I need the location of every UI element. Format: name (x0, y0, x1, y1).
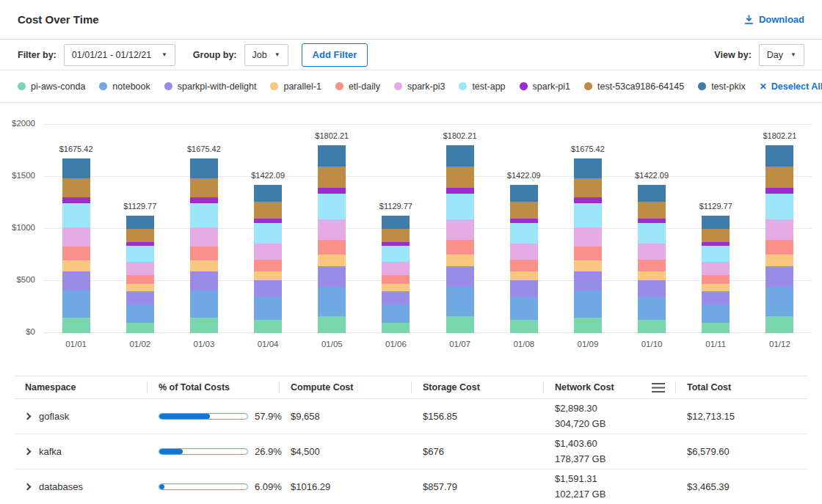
bar-segment-spark-pi1[interactable] (510, 219, 538, 224)
bar-segment-test-pkix[interactable] (510, 185, 538, 202)
bar-segment-test-53ca9186-64145[interactable] (574, 178, 602, 197)
bar-segment-parallel-1[interactable] (318, 255, 346, 266)
bar-segment-test-app[interactable] (62, 203, 90, 227)
bar-segment-etl-daily[interactable] (382, 275, 410, 285)
bar-segment-spark-pi1[interactable] (318, 188, 346, 194)
bar-segment-pi-aws-conda[interactable] (190, 318, 218, 333)
bar-segment-etl-daily[interactable] (510, 260, 538, 271)
legend-item-sparkpi-with-delight[interactable]: sparkpi-with-delight (164, 81, 257, 92)
expand-chevron-icon[interactable] (24, 413, 32, 420)
bar-segment-etl-daily[interactable] (574, 246, 602, 260)
legend-item-test-app[interactable]: test-app (459, 81, 505, 92)
bar-segment-parallel-1[interactable] (574, 260, 602, 271)
bar-segment-sparkpi-with-delight[interactable] (446, 266, 474, 287)
column-menu-icon[interactable] (652, 383, 665, 392)
bar-segment-test-pkix[interactable] (190, 158, 218, 178)
bar-segment-test-53ca9186-64145[interactable] (510, 202, 538, 218)
bar-segment-etl-daily[interactable] (126, 275, 154, 285)
legend-item-test-pkix[interactable]: test-pkix (698, 81, 746, 92)
bar-segment-test-app[interactable] (765, 194, 793, 219)
bar-segment-etl-daily[interactable] (765, 240, 793, 255)
bar-segment-test-app[interactable] (638, 223, 666, 244)
bar-segment-test-app[interactable] (574, 203, 602, 227)
bar-segment-sparkpi-with-delight[interactable] (318, 266, 346, 287)
bar-segment-parallel-1[interactable] (446, 255, 474, 266)
bar-segment-notebook[interactable] (254, 297, 282, 320)
bar-segment-test-53ca9186-64145[interactable] (702, 229, 730, 242)
bar-segment-spark-pi3[interactable] (254, 244, 282, 260)
bar-segment-spark-pi1[interactable] (574, 197, 602, 203)
legend-item-pi-aws-conda[interactable]: pi-aws-conda (18, 81, 85, 92)
bar-segment-notebook[interactable] (126, 304, 154, 323)
bar-segment-test-app[interactable] (446, 194, 474, 219)
bar-segment-test-app[interactable] (126, 246, 154, 262)
bar-segment-spark-pi3[interactable] (765, 219, 793, 240)
stacked-bar-01/03[interactable] (190, 158, 218, 333)
bar-segment-test-pkix[interactable] (574, 158, 602, 178)
bar-segment-notebook[interactable] (574, 291, 602, 318)
bar-segment-pi-aws-conda[interactable] (765, 316, 793, 333)
bar-segment-etl-daily[interactable] (702, 275, 730, 285)
bar-segment-sparkpi-with-delight[interactable] (702, 291, 730, 304)
legend-item-notebook[interactable]: notebook (99, 81, 150, 92)
add-filter-button[interactable]: Add Filter (302, 43, 368, 67)
stacked-bar-01/11[interactable] (702, 216, 730, 333)
legend-item-etl-daily[interactable]: etl-daily (335, 81, 380, 92)
bar-segment-pi-aws-conda[interactable] (446, 316, 474, 333)
bar-segment-sparkpi-with-delight[interactable] (765, 266, 793, 287)
legend-item-spark-pi3[interactable]: spark-pi3 (394, 81, 445, 92)
bar-segment-test-app[interactable] (190, 203, 218, 227)
bar-segment-spark-pi1[interactable] (254, 219, 282, 224)
stacked-bar-01/08[interactable] (510, 185, 538, 333)
stacked-bar-01/06[interactable] (382, 216, 410, 333)
bar-segment-sparkpi-with-delight[interactable] (62, 271, 90, 291)
view-by-select[interactable]: Day ▼ (759, 44, 804, 66)
bar-segment-parallel-1[interactable] (62, 260, 90, 271)
bar-segment-test-53ca9186-64145[interactable] (126, 229, 154, 242)
bar-segment-spark-pi1[interactable] (765, 188, 793, 194)
bar-segment-spark-pi3[interactable] (574, 227, 602, 246)
bar-segment-pi-aws-conda[interactable] (510, 320, 538, 333)
bar-segment-test-app[interactable] (510, 223, 538, 244)
bar-segment-test-53ca9186-64145[interactable] (62, 178, 90, 197)
stacked-bar-01/05[interactable] (318, 145, 346, 333)
stacked-bar-01/04[interactable] (254, 185, 282, 333)
bar-segment-sparkpi-with-delight[interactable] (574, 271, 602, 291)
bar-segment-spark-pi3[interactable] (318, 219, 346, 240)
bar-segment-test-53ca9186-64145[interactable] (254, 202, 282, 218)
bar-segment-spark-pi3[interactable] (382, 262, 410, 275)
bar-segment-test-pkix[interactable] (254, 185, 282, 202)
bar-segment-etl-daily[interactable] (62, 246, 90, 260)
bar-segment-spark-pi3[interactable] (126, 262, 154, 275)
bar-segment-pi-aws-conda[interactable] (62, 318, 90, 333)
bar-segment-test-53ca9186-64145[interactable] (638, 202, 666, 218)
stacked-bar-01/07[interactable] (446, 145, 474, 333)
bar-segment-pi-aws-conda[interactable] (702, 323, 730, 333)
bar-segment-test-pkix[interactable] (638, 185, 666, 202)
bar-segment-etl-daily[interactable] (190, 246, 218, 260)
bar-segment-test-53ca9186-64145[interactable] (765, 167, 793, 187)
bar-segment-etl-daily[interactable] (254, 260, 282, 271)
bar-segment-sparkpi-with-delight[interactable] (510, 280, 538, 296)
bar-segment-spark-pi3[interactable] (510, 244, 538, 260)
bar-segment-notebook[interactable] (318, 287, 346, 316)
legend-item-spark-pi1[interactable]: spark-pi1 (520, 81, 570, 92)
bar-segment-parallel-1[interactable] (382, 284, 410, 291)
bar-segment-spark-pi3[interactable] (62, 227, 90, 246)
bar-segment-pi-aws-conda[interactable] (254, 320, 282, 333)
bar-segment-spark-pi1[interactable] (62, 197, 90, 203)
bar-segment-test-53ca9186-64145[interactable] (190, 178, 218, 197)
bar-segment-test-53ca9186-64145[interactable] (382, 229, 410, 242)
bar-segment-etl-daily[interactable] (446, 240, 474, 255)
bar-segment-notebook[interactable] (765, 287, 793, 316)
bar-segment-spark-pi3[interactable] (446, 219, 474, 240)
bar-segment-spark-pi3[interactable] (702, 262, 730, 275)
bar-segment-spark-pi1[interactable] (446, 188, 474, 194)
bar-segment-test-pkix[interactable] (765, 145, 793, 167)
bar-segment-test-app[interactable] (702, 246, 730, 262)
date-range-select[interactable]: 01/01/21 - 01/12/21 ▼ (64, 44, 175, 66)
bar-segment-test-pkix[interactable] (318, 145, 346, 167)
expand-chevron-icon[interactable] (24, 483, 32, 491)
bar-segment-sparkpi-with-delight[interactable] (382, 291, 410, 304)
bar-segment-parallel-1[interactable] (254, 271, 282, 281)
